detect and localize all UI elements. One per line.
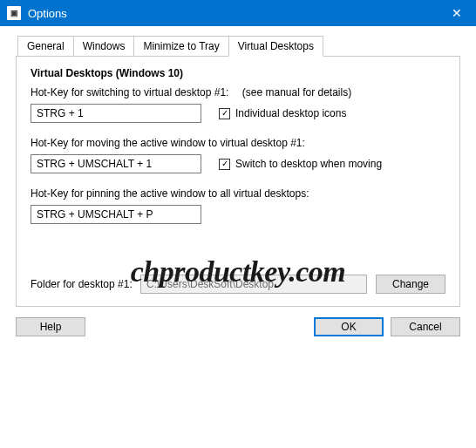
individual-icons-checkbox[interactable]: ✓ bbox=[219, 108, 230, 119]
tab-panel: Virtual Desktops (Windows 10) Hot-Key fo… bbox=[16, 56, 460, 307]
section-heading: Virtual Desktops (Windows 10) bbox=[31, 67, 445, 79]
window-body: General Windows Minimize to Tray Virtual… bbox=[0, 26, 476, 349]
pin-hotkey-label: Hot-Key for pinning the active window to… bbox=[31, 187, 445, 200]
pin-hotkey-input[interactable] bbox=[31, 205, 201, 224]
window-title: Options bbox=[28, 7, 437, 20]
individual-icons-label: Individual desktop icons bbox=[235, 107, 346, 119]
help-button[interactable]: Help bbox=[16, 317, 85, 336]
switch-when-moving-checkbox[interactable]: ✓ bbox=[219, 159, 230, 170]
close-icon[interactable]: ✕ bbox=[437, 0, 476, 26]
switch-hotkey-hint: (see manual for details) bbox=[242, 86, 351, 98]
tab-minimize-to-tray[interactable]: Minimize to Tray bbox=[133, 36, 228, 57]
individual-icons-checkbox-wrap[interactable]: ✓ Individual desktop icons bbox=[219, 107, 346, 119]
switch-when-moving-label: Switch to desktop when moving bbox=[235, 158, 382, 170]
tab-windows[interactable]: Windows bbox=[73, 36, 135, 57]
folder-input bbox=[140, 275, 367, 294]
switch-hotkey-input[interactable] bbox=[31, 104, 201, 123]
tab-virtual-desktops[interactable]: Virtual Desktops bbox=[228, 36, 323, 57]
change-button[interactable]: Change bbox=[376, 275, 445, 294]
move-hotkey-input[interactable] bbox=[31, 154, 201, 173]
switch-hotkey-label-row: Hot-Key for switching to virtual desktop… bbox=[31, 86, 445, 98]
folder-label: Folder for desktop #1: bbox=[31, 278, 140, 290]
ok-button[interactable]: OK bbox=[314, 317, 384, 336]
move-hotkey-label: Hot-Key for moving the active window to … bbox=[31, 137, 445, 149]
tab-strip: General Windows Minimize to Tray Virtual… bbox=[17, 36, 460, 57]
switch-hotkey-label: Hot-Key for switching to virtual desktop… bbox=[31, 86, 228, 98]
cancel-button[interactable]: Cancel bbox=[391, 317, 460, 336]
switch-when-moving-checkbox-wrap[interactable]: ✓ Switch to desktop when moving bbox=[219, 158, 382, 170]
tab-general[interactable]: General bbox=[17, 36, 74, 57]
app-icon: ▣ bbox=[7, 6, 21, 20]
titlebar: ▣ Options ✕ bbox=[0, 0, 476, 26]
dialog-buttons: Help OK Cancel bbox=[16, 317, 460, 336]
